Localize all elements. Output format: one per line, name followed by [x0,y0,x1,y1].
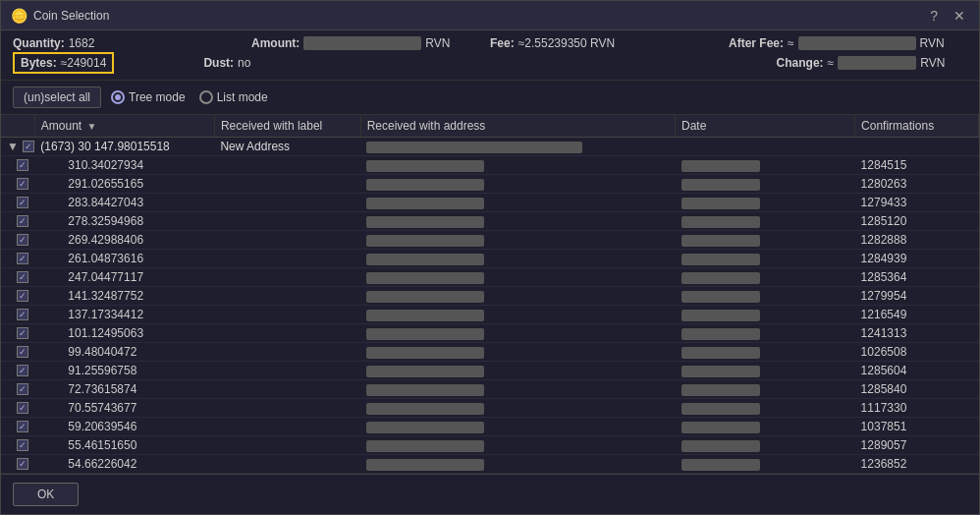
select-all-button[interactable]: (un)select all [13,86,101,108]
row-amount-13: 70.55743677 [34,399,214,418]
row-check-cell [1,399,34,418]
row-confirmations-2: 1279433 [855,194,979,212]
row-amount-15: 55.46151650 [34,436,214,455]
dust-section: Dust: no [203,56,394,70]
row-checkbox-3[interactable] [17,215,28,227]
check-cell [7,309,28,320]
col-header-label[interactable]: Received with label [214,115,360,138]
row-checkbox-1[interactable] [17,178,28,190]
help-button[interactable]: ? [926,8,942,24]
row-amount-7: 141.32487752 [34,287,214,306]
row-address-blurred-0 [366,160,484,172]
tree-mode-radio[interactable] [111,90,125,104]
row-address-0 [360,156,675,175]
row-date-13 [676,399,855,418]
row-checkbox-2[interactable] [17,197,28,208]
row-checkbox-0[interactable] [17,159,28,171]
row-check-cell [1,175,34,194]
check-cell [7,159,28,171]
row-date-blurred-8 [681,310,760,321]
row-date-blurred-1 [681,179,760,191]
row-address-blurred-11 [366,366,484,377]
row-amount-6: 247.04477117 [34,268,214,287]
row-confirmations-0: 1284515 [855,156,979,175]
row-checkbox-14[interactable] [17,421,28,432]
row-checkbox-9[interactable] [17,327,28,339]
coin-icon: 🪙 [11,8,27,24]
coin-selection-window: 🪙 Coin Selection ? ✕ Quantity: 1682 Amou… [0,0,980,515]
row-check-cell [1,436,34,455]
row-address-11 [360,362,675,380]
title-bar: 🪙 Coin Selection ? ✕ [1,1,979,30]
row-address-blurred-4 [366,235,484,247]
row-check-cell [1,250,34,268]
coin-table: Amount ▼ Received with label Received wi… [1,115,979,474]
row-date-blurred-10 [681,347,760,359]
row-address-blurred-15 [366,440,484,452]
row-checkbox-7[interactable] [17,290,28,302]
list-mode-option[interactable]: List mode [199,90,268,104]
row-check-cell: ▼ [1,138,34,156]
row-label-12 [214,380,360,399]
row-checkbox-10[interactable] [17,346,28,358]
row-checkbox-13[interactable] [17,402,28,414]
col-header-date[interactable]: Date [676,115,855,138]
row-checkbox-8[interactable] [17,309,28,320]
row-checkbox-15[interactable] [17,439,28,451]
row-confirmations-14: 1037851 [855,418,979,436]
check-cell [7,439,28,451]
check-cell [7,365,28,376]
row-address-7 [360,287,675,306]
table-row: 72.73615874 1285840 [1,380,979,399]
row-address-blurred-1 [366,179,484,191]
row-label-4 [214,231,360,250]
row-address-4 [360,231,675,250]
row-checkbox-5[interactable] [17,253,28,264]
row-date-blurred-6 [681,272,760,284]
row-date-blurred-14 [681,422,760,433]
bytes-label: Bytes: [21,56,57,70]
row-address-10 [360,343,675,362]
row-amount-10: 99.48040472 [34,343,214,362]
row-confirmations-5: 1284939 [855,250,979,268]
parent-amount-value: 30 147.98015518 [78,140,169,153]
check-cell [7,402,28,414]
row-label-13 [214,399,360,418]
ok-button[interactable]: OK [13,483,79,506]
row-date-blurred-0 [681,160,760,172]
col-header-address[interactable]: Received with address [360,115,675,138]
row-amount-2: 283.84427043 [34,194,214,212]
expand-icon[interactable]: ▼ [7,140,19,153]
row-confirmations-15: 1289057 [855,436,979,455]
parent-checkbox[interactable] [23,141,34,152]
row-amount-3: 278.32594968 [34,212,214,231]
fee-section: Fee: ≈2.55239350 RVN [490,36,729,50]
close-button[interactable]: ✕ [950,8,969,24]
row-amount-4: 269.42988406 [34,231,214,250]
col-header-confirmations[interactable]: Confirmations [855,115,979,138]
row-checkbox-6[interactable] [17,271,28,283]
list-mode-radio[interactable] [199,90,213,104]
row-date-9 [676,324,855,343]
row-confirmations-11: 1285604 [855,362,979,380]
row-checkbox-4[interactable] [17,234,28,246]
row-checkbox-11[interactable] [17,365,28,376]
after-fee-section: After Fee: ≈ RVN [729,36,967,50]
row-address-5 [360,250,675,268]
tree-mode-option[interactable]: Tree mode [111,90,186,104]
check-cell [7,458,28,470]
col-header-amount[interactable]: Amount ▼ [34,115,214,138]
table-row: 91.25596758 1285604 [1,362,979,380]
row-check-cell [1,231,34,250]
row-checkbox-16[interactable] [17,458,28,470]
row-check-cell [1,156,34,175]
row-label-8 [214,306,360,324]
change-section-right: Change: ≈ RVN [777,56,967,70]
amount-label: Amount: [251,36,299,50]
row-checkbox-12[interactable] [17,383,28,395]
row-date-10 [676,343,855,362]
table-row: 291.02655165 1280263 [1,175,979,194]
row-date-7 [676,287,855,306]
title-bar-left: 🪙 Coin Selection [11,8,109,24]
row-date-6 [676,268,855,287]
